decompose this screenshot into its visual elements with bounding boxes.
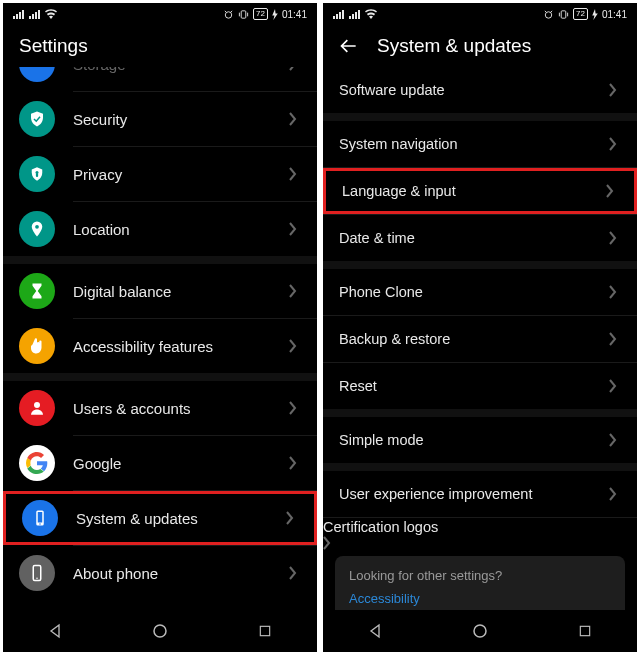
phone-right: 72 01:41 System & updates Software updat… — [323, 3, 637, 652]
wifi-icon — [45, 9, 57, 19]
item-label: Google — [73, 455, 289, 472]
clock-text: 01:41 — [602, 9, 627, 20]
chevron-right-icon — [289, 284, 301, 298]
settings-item-users[interactable]: Users & accounts — [3, 381, 317, 435]
item-label: Digital balance — [73, 283, 289, 300]
item-system-navigation[interactable]: System navigation — [323, 121, 637, 167]
header: System & updates — [323, 25, 637, 67]
item-label: Reset — [339, 378, 609, 394]
vibrate-icon — [238, 9, 249, 20]
svg-rect-14 — [260, 626, 269, 635]
nav-recent-button[interactable] — [254, 620, 276, 642]
item-reset[interactable]: Reset — [323, 363, 637, 409]
alarm-icon — [223, 9, 234, 20]
item-certification-logos[interactable]: Certification logos — [323, 518, 637, 550]
hand-icon — [19, 328, 55, 364]
signal-icon — [29, 10, 41, 19]
phone-left: 72 01:41 Settings Storage Security — [3, 3, 317, 652]
item-phone-clone[interactable]: Phone Clone — [323, 269, 637, 315]
hint-link-accessibility[interactable]: Accessibility — [349, 591, 611, 606]
item-label: User experience improvement — [339, 486, 609, 502]
nav-back-button[interactable] — [44, 620, 66, 642]
google-icon — [19, 445, 55, 481]
item-simple-mode[interactable]: Simple mode — [323, 417, 637, 463]
battery-icon: 72 — [573, 8, 588, 20]
alarm-icon — [543, 9, 554, 20]
item-label: Phone Clone — [339, 284, 609, 300]
chevron-right-icon — [609, 433, 621, 447]
settings-item-accessibility[interactable]: Accessibility features — [3, 319, 317, 373]
signal-icon — [333, 10, 345, 19]
item-date-time[interactable]: Date & time — [323, 215, 637, 261]
chevron-right-icon — [609, 487, 621, 501]
settings-list[interactable]: Storage Security Privacy Location — [3, 67, 317, 610]
item-label: Location — [73, 221, 289, 238]
phone-icon — [19, 555, 55, 591]
chevron-right-icon — [609, 231, 621, 245]
signal-icon — [349, 10, 361, 19]
item-label: Certification logos — [323, 519, 438, 535]
person-icon — [19, 390, 55, 426]
battery-icon: 72 — [253, 8, 268, 20]
item-label: Software update — [339, 82, 609, 98]
item-label: About phone — [73, 565, 289, 582]
chevron-right-icon — [289, 67, 301, 71]
settings-item-system-updates[interactable]: System & updates — [3, 491, 317, 545]
chevron-right-icon — [606, 184, 618, 198]
navigation-bar — [323, 610, 637, 652]
settings-item-about-phone[interactable]: About phone — [3, 546, 317, 600]
status-bar: 72 01:41 — [3, 3, 317, 25]
item-user-experience[interactable]: User experience improvement — [323, 471, 637, 517]
chevron-right-icon — [289, 112, 301, 126]
settings-item-location[interactable]: Location — [3, 202, 317, 256]
charging-icon — [272, 9, 278, 20]
item-backup-restore[interactable]: Backup & restore — [323, 316, 637, 362]
signal-icon — [13, 10, 25, 19]
item-label: Simple mode — [339, 432, 609, 448]
item-label: Privacy — [73, 166, 289, 183]
settings-item-privacy[interactable]: Privacy — [3, 147, 317, 201]
nav-recent-button[interactable] — [574, 620, 596, 642]
item-language-input[interactable]: Language & input — [323, 168, 637, 214]
svg-point-0 — [225, 11, 231, 17]
system-updates-list[interactable]: Software update System navigation Langua… — [323, 67, 637, 610]
back-button[interactable] — [339, 36, 359, 56]
svg-point-13 — [154, 625, 166, 637]
header: Settings — [3, 25, 317, 67]
item-label: Date & time — [339, 230, 609, 246]
hint-question: Looking for other settings? — [349, 568, 611, 583]
nav-home-button[interactable] — [149, 620, 171, 642]
privacy-icon — [19, 156, 55, 192]
chevron-right-icon — [609, 332, 621, 346]
hourglass-icon — [19, 273, 55, 309]
settings-item-google[interactable]: Google — [3, 436, 317, 490]
location-icon — [19, 211, 55, 247]
settings-item-digital-balance[interactable]: Digital balance — [3, 264, 317, 318]
svg-point-15 — [545, 11, 551, 17]
item-label: System navigation — [339, 136, 609, 152]
wifi-icon — [365, 9, 377, 19]
item-software-update[interactable]: Software update — [323, 67, 637, 113]
svg-rect-9 — [38, 512, 43, 523]
chevron-right-icon — [289, 566, 301, 580]
charging-icon — [592, 9, 598, 20]
svg-point-17 — [474, 625, 486, 637]
chevron-right-icon — [609, 379, 621, 393]
svg-rect-16 — [561, 10, 566, 17]
svg-point-7 — [34, 402, 40, 408]
chevron-right-icon — [289, 167, 301, 181]
phone-update-icon — [22, 500, 58, 536]
item-label: Accessibility features — [73, 338, 289, 355]
item-label: Backup & restore — [339, 331, 609, 347]
navigation-bar — [3, 610, 317, 652]
nav-home-button[interactable] — [469, 620, 491, 642]
clock-text: 01:41 — [282, 9, 307, 20]
hint-card: Looking for other settings? Accessibilit… — [335, 556, 625, 610]
settings-item-security[interactable]: Security — [3, 92, 317, 146]
status-bar: 72 01:41 — [323, 3, 637, 25]
chevron-right-icon — [323, 536, 637, 550]
settings-item-storage[interactable]: Storage — [3, 67, 317, 91]
page-title: System & updates — [377, 35, 531, 57]
item-label: System & updates — [76, 510, 286, 527]
nav-back-button[interactable] — [364, 620, 386, 642]
